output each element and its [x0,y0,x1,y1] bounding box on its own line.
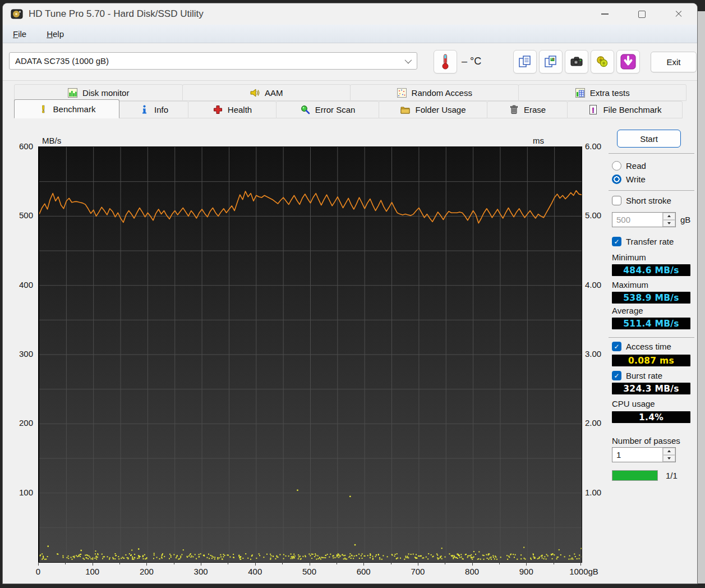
x-axis-tick-mark [228,562,228,564]
average-label: Average [612,306,643,315]
exit-button[interactable]: Exit [651,52,697,72]
menu-item-help[interactable]: Help [47,29,64,39]
right-axis-tick: 1.00 [585,488,601,497]
short-stroke-checkbox[interactable]: Short stroke [612,196,671,205]
coins-icon [595,54,610,69]
x-axis-tick: 600 [357,567,371,576]
transfer-rate-checkbox[interactable]: ✓ Transfer rate [612,237,674,246]
x-axis-tick: 900 [519,567,533,576]
tab-row-primary: !BenchmarkInfoHealthError ScanFolder Usa… [14,101,686,118]
access-time-checkbox[interactable]: ✓ Access time [612,342,671,351]
chevron-down-icon [405,57,412,64]
tab-extra-tests[interactable]: Extra tests [518,84,687,101]
read-radio[interactable]: Read [612,161,646,171]
pass-progress-label: 1/1 [666,471,678,480]
drive-select[interactable]: ADATA SC735 (1000 gB) [9,52,417,70]
write-radio[interactable]: Write [612,174,646,184]
x-axis-tick: 100 [85,567,99,576]
right-axis-tick: 3.00 [585,349,601,359]
benchmark-panel: Start Read Write Short stroke 500 [609,118,695,511]
x-axis-tick-mark [201,562,201,566]
x-axis-tick-mark [580,562,581,566]
left-axis-tick: 100 [7,488,33,497]
stepper-down-button[interactable] [663,220,675,227]
minimize-button[interactable] [586,3,623,25]
tab-label: Folder Usage [415,105,466,114]
tab-label: Error Scan [315,105,356,114]
copy-image-button[interactable] [539,50,563,74]
maximum-display: 538.9 MB/s [612,292,690,304]
x-axis-tick-mark [255,562,256,566]
menu-item-file[interactable]: File [13,29,26,39]
x-axis-tick-mark [93,562,93,566]
tab-info[interactable]: Info [119,101,188,118]
save-results-button[interactable] [616,50,640,74]
short-stroke-size-value[interactable]: 500 [612,213,662,227]
read-radio-circle[interactable] [612,161,621,171]
tab-error-scan[interactable]: Error Scan [276,101,379,118]
x-axis-tick-mark [499,562,500,564]
tab-folder-usage[interactable]: Folder Usage [379,101,487,118]
write-radio-circle[interactable] [612,174,621,184]
tab-label: Extra tests [590,88,630,98]
stepper-up-button[interactable] [663,448,675,455]
minimize-icon [601,13,609,15]
close-button[interactable] [660,3,697,25]
start-button[interactable]: Start [617,130,681,148]
pass-progress-bar [612,470,658,481]
copy-text-button[interactable] [513,50,537,74]
access-time-checkbox-box[interactable]: ✓ [612,342,621,351]
tab-row-secondary: Disk monitorAAMRandom AccessExtra tests [14,84,686,101]
minimum-label: Minimum [612,252,646,262]
error-scan-icon [300,104,311,115]
tab-benchmark[interactable]: !Benchmark [14,99,119,118]
screenshot-button[interactable] [565,50,588,74]
x-axis-tick-mark [282,562,283,564]
separator [609,153,694,154]
tab-file-benchmark[interactable]: !File Benchmark [567,101,683,118]
x-axis-tick: 300 [194,567,208,576]
transfer-rate-checkbox-box[interactable]: ✓ [612,237,621,246]
speaker-icon [250,88,260,98]
tab-health[interactable]: Health [188,101,277,118]
burst-rate-checkbox[interactable]: ✓ Burst rate [612,371,662,380]
coins-button[interactable] [591,50,614,74]
drive-select-value: ADATA SC735 (1000 gB) [15,56,109,66]
copy-image-icon [543,54,558,69]
svg-text:!: ! [41,104,45,114]
separator [609,190,694,191]
benchmark-content: Start Read Write Short stroke 500 [3,118,697,584]
x-axis-tick: 500 [302,567,316,576]
download-icon [620,53,637,70]
burst-rate-display: 324.3 MB/s [612,383,690,394]
short-stroke-size-stepper[interactable]: 500 [612,212,676,227]
transfer-rate-label: Transfer rate [626,237,674,246]
copy-text-icon [518,54,532,69]
x-axis-tick-mark [472,562,473,566]
tab-aam[interactable]: AAM [182,84,351,101]
svg-text:!: ! [592,106,595,114]
average-display: 511.4 MB/s [612,318,690,329]
right-axis-tick: 2.00 [585,418,601,428]
short-stroke-unit-label: gB [680,215,690,224]
temperature-button[interactable] [434,50,457,74]
minimum-display: 484.6 MB/s [612,264,690,276]
tab-disk-monitor[interactable]: Disk monitor [14,84,183,101]
passes-value[interactable]: 1 [612,448,662,462]
short-stroke-checkbox-box[interactable] [612,196,621,205]
tab-random-access[interactable]: Random Access [350,84,519,101]
menu-bar: FileHelp [3,25,697,43]
random-access-icon [397,88,407,98]
access-time-label: Access time [626,342,671,351]
tab-erase[interactable]: Erase [487,101,568,118]
x-axis-tick-mark [554,562,554,564]
title-bar: HD Tune Pro 5.70 - Hard Disk/SSD Utility [3,3,697,25]
file-benchmark-icon: ! [588,104,598,115]
passes-stepper[interactable]: 1 [612,447,676,462]
x-axis-tick-mark [119,562,120,564]
left-axis-tick: 200 [7,418,33,428]
burst-rate-checkbox-box[interactable]: ✓ [612,371,621,380]
stepper-up-button[interactable] [663,213,675,220]
maximize-button[interactable] [623,3,660,25]
stepper-down-button[interactable] [663,455,675,462]
